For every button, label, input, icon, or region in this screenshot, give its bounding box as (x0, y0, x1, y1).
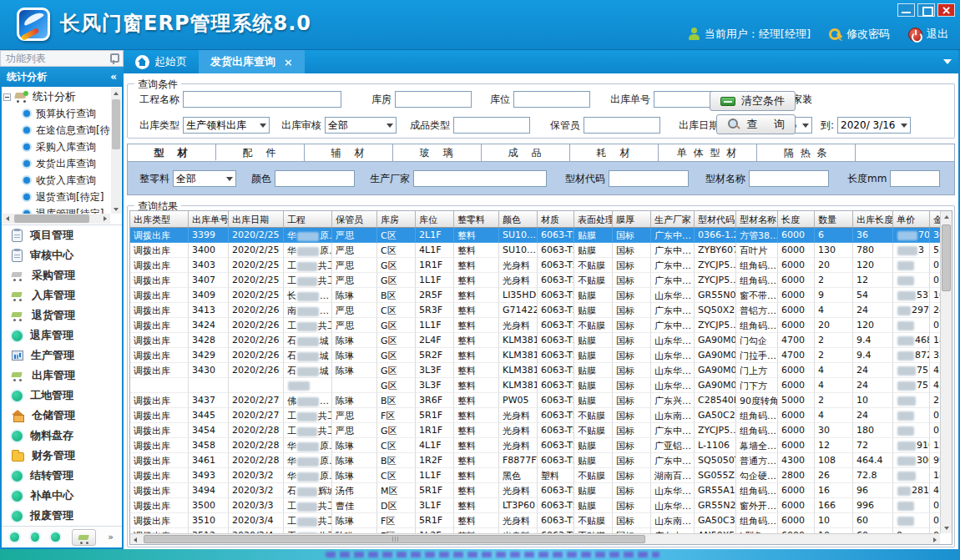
tree-horizontal-scrollbar[interactable] (3, 214, 110, 224)
sidebar-item-退库管理[interactable]: 退库管理 (2, 325, 122, 346)
tree-item-采购入库查询[interactable]: 采购入库查询 (3, 139, 110, 155)
tab-close-icon[interactable]: × (284, 56, 293, 68)
warehouse-input[interactable] (395, 91, 472, 108)
table-row[interactable]: 调拨出库34292020/2/26石城陈琳G区5R2F整料KLM38176063… (130, 348, 940, 363)
column-header-型材名称[interactable]: 型材名称 (736, 211, 778, 228)
cart-toolbar-button[interactable] (72, 529, 96, 546)
table-row[interactable]: 调拨出库34092020/2/25长…陈琳B区2R5F整料LI35HD6063-… (130, 288, 940, 303)
tab-list-dropdown-icon[interactable] (943, 59, 952, 64)
table-row[interactable]: 调拨出库34072020/2/25工共工程严思G区1L1F整料光身料6063-T… (130, 273, 940, 288)
table-row[interactable]: 调拨出库34452020/2/27工共工程严思F区5R1F整料光身料6063-T… (130, 408, 940, 423)
dot-icon[interactable] (31, 532, 40, 542)
product-type-input[interactable] (453, 117, 530, 134)
table-row[interactable]: 调拨出库34132020/2/26南…严思C区5R3F整料G714226063-… (130, 303, 940, 318)
tree-item-收货入库查询[interactable]: 收货入库查询 (3, 172, 110, 189)
table-row[interactable]: 调拨出库34612020/2/28华原…陈琳B区1R2F整料F8877FT606… (130, 453, 940, 468)
material-tab-单体型材[interactable]: 单 体 型 材 (659, 144, 757, 161)
table-row[interactable]: 调拨出库34542020/2/28工共工程严思G区1R1F整料光身料6063-T… (130, 423, 940, 438)
sidebar-item-入库管理[interactable]: 入库管理 (2, 285, 122, 305)
maximize-button[interactable] (917, 3, 935, 17)
table-row[interactable]: G区3L3F整料KLM38176063-T5贴膜国标山东华…GA90M09.门下… (130, 378, 940, 393)
change-password-button[interactable]: 修改密码 (829, 27, 890, 42)
table-row[interactable]: 调拨出库35002020/3/3工共工程曹佳D区3L1F整料LT3P606063… (130, 498, 940, 513)
whole-piece-select[interactable]: 全部 (173, 170, 236, 187)
material-tab-成品[interactable]: 成 品 (482, 144, 570, 161)
sidebar-item-出库管理[interactable]: 出库管理 (2, 366, 122, 386)
column-header-出库长度[interactable]: 出库长度 (853, 211, 893, 228)
tree-expander-icon[interactable] (3, 93, 11, 101)
table-row[interactable]: 调拨出库34582020/2/28华原…陈琳C区4L1F整料光身料6063-T5… (130, 438, 940, 453)
more-menus-button[interactable]: » (108, 532, 114, 542)
tree-vertical-scrollbar[interactable] (111, 88, 121, 214)
sidebar-item-报废管理[interactable]: 报废管理 (2, 506, 122, 526)
grid-horizontal-scrollbar[interactable] (130, 533, 940, 544)
table-row[interactable]: 调拨出库35102020/3/4工共工程陈琳F区5R1F整料光身料6063-T5… (130, 513, 940, 528)
keeper-input[interactable] (584, 117, 660, 134)
profile-code-input[interactable] (609, 170, 689, 187)
collapse-icon[interactable]: « (110, 71, 117, 83)
sidebar-item-生产管理[interactable]: 生产管理 (2, 346, 122, 366)
search-button[interactable]: 查 询 (716, 114, 796, 134)
sidebar-item-物料盘存[interactable]: 物料盘存 (2, 426, 122, 446)
project-name-input[interactable] (183, 91, 341, 108)
column-header-库房[interactable]: 库房 (377, 211, 416, 228)
length-input[interactable] (890, 170, 940, 187)
stats-section-header[interactable]: 统计分析 « (0, 67, 124, 87)
profile-name-input[interactable] (749, 170, 829, 187)
sidebar-item-结转管理[interactable]: 结转管理 (2, 466, 122, 486)
column-header-型材代码[interactable]: 型材代码 (695, 211, 736, 228)
table-row[interactable]: 调拨出库34302020/2/26石城陈琳G区3L3F整料KLM38176063… (130, 363, 940, 378)
sidebar-item-采购管理[interactable]: 采购管理 (2, 265, 122, 285)
column-header-颜色[interactable]: 颜色 (499, 211, 538, 228)
table-row[interactable]: 调拨出库34932020/3/2华原…陈琳C区1L1F整料黑色塑料不贴膜国标湖南… (130, 468, 940, 483)
column-header-材质[interactable]: 材质 (538, 211, 574, 228)
tree-item-在途信息查询[待[interactable]: 在途信息查询[待 (3, 122, 110, 139)
table-row[interactable]: 调拨出库34942020/3/2石辉城汤伟M区5R1F整料光身料6063-T5贴… (130, 483, 940, 498)
column-header-库位[interactable]: 库位 (416, 211, 454, 228)
dot-icon[interactable] (10, 532, 19, 542)
table-row[interactable]: 调拨出库34242020/2/26工共工程严思G区1L1F整料光身料6063-T… (130, 318, 940, 333)
column-header-工程[interactable]: 工程 (284, 211, 332, 228)
sidebar-item-项目管理[interactable]: 项目管理 (2, 225, 122, 245)
sidebar-item-仓储管理[interactable]: 仓储管理 (2, 406, 122, 426)
column-header-数量[interactable]: 数量 (815, 211, 853, 228)
tab-home[interactable]: 起始页 (124, 50, 199, 73)
tab-shipment-query[interactable]: 发货出库查询 × (199, 50, 305, 73)
color-input[interactable] (275, 170, 355, 187)
column-header-整零料[interactable]: 整零料 (454, 211, 499, 228)
minimize-button[interactable] (897, 3, 915, 17)
manufacturer-input[interactable] (413, 170, 547, 187)
logout-button[interactable]: 退出 (908, 27, 948, 42)
close-button[interactable] (937, 3, 955, 17)
table-row[interactable]: 调拨出库34282020/2/26石城陈琳G区2L4F整料KLM38176063… (130, 333, 940, 348)
column-header-膜厚[interactable]: 膜厚 (613, 211, 651, 228)
column-header-生产厂家[interactable]: 生产厂家 (651, 211, 695, 228)
dot-icon[interactable] (51, 532, 60, 542)
column-header-表面处理[interactable]: 表面处理 (574, 211, 613, 228)
column-header-出库日期[interactable]: 出库日期 (229, 211, 284, 228)
material-tab-玻璃[interactable]: 玻 璃 (393, 144, 482, 161)
column-header-出库类型[interactable]: 出库类型 (130, 211, 189, 228)
clear-conditions-button[interactable]: 清空条件 (710, 91, 796, 111)
material-tab-配件[interactable]: 配 件 (216, 144, 305, 161)
table-row[interactable]: 调拨出库33992020/2/25华原…严思C区2L1F整料SU10…6063-… (130, 228, 940, 243)
sidebar-item-退货管理[interactable]: 退货管理 (2, 305, 122, 325)
material-tab-辅材[interactable]: 辅 材 (305, 144, 393, 161)
outbound-type-select[interactable]: 生产领料出库 (183, 117, 270, 134)
tree-item-预算执行查询[interactable]: 预算执行查询 (3, 105, 110, 122)
sidebar-item-财务管理[interactable]: 财务管理 (2, 446, 122, 466)
sidebar-item-审核中心[interactable]: 审核中心 (2, 245, 122, 265)
pin-icon[interactable] (109, 53, 118, 64)
column-header-单价[interactable]: 单价 (893, 211, 930, 228)
material-tab-耗材[interactable]: 耗 材 (570, 144, 659, 161)
sidebar-item-工地管理[interactable]: 工地管理 (2, 386, 122, 406)
column-header-出库单号[interactable]: 出库单号 (189, 211, 229, 228)
column-header-长度[interactable]: 长度 (778, 211, 815, 228)
tree-root-stats[interactable]: 统计分析 (3, 88, 110, 105)
grid-vertical-scrollbar[interactable] (940, 211, 952, 533)
location-input[interactable] (513, 91, 590, 108)
table-row[interactable]: 调拨出库34372020/2/27佛…陈琳B区3R6F整料PW056063-T5… (130, 393, 940, 408)
tree-item-发货出库查询[interactable]: 发货出库查询 (3, 155, 110, 172)
sidebar-item-补单中心[interactable]: 补单中心 (2, 486, 122, 506)
date-to-picker[interactable]: 2020/ 3/16 (837, 117, 911, 134)
